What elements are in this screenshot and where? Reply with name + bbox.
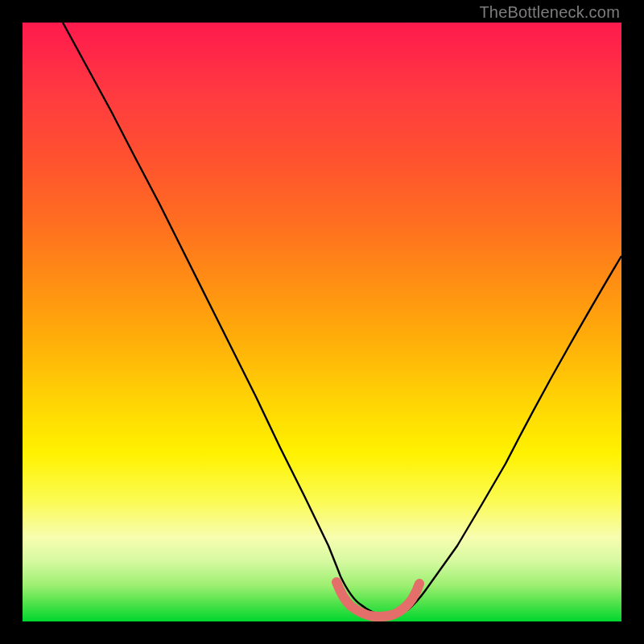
chart-svg [23,23,621,621]
valley-highlight [336,582,419,617]
watermark-text: TheBottleneck.com [479,3,620,22]
bottleneck-curve [63,23,621,616]
chart-frame: TheBottleneck.com [0,0,644,644]
plot-area [23,23,621,621]
